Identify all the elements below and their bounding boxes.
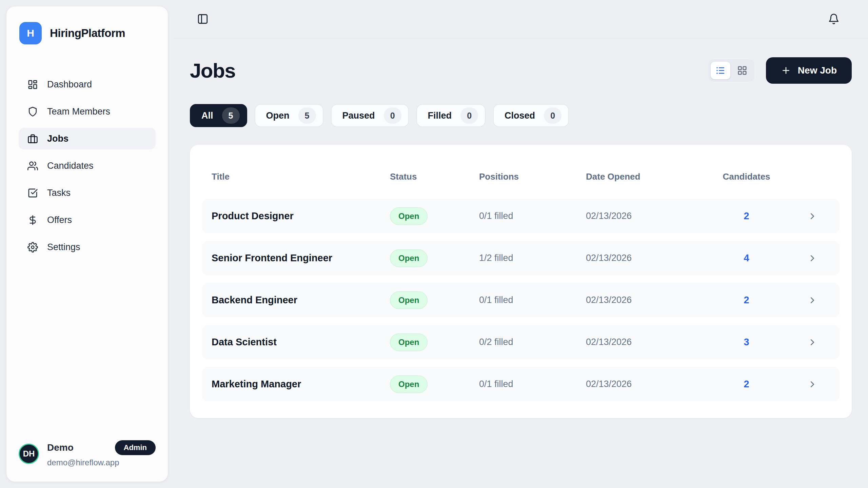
filter-pill-label: All — [201, 110, 213, 121]
status-badge: Open — [390, 291, 428, 309]
table-row[interactable]: Data Scientist Open 0/2 filled 02/13/202… — [202, 325, 840, 359]
sidebar-nav: Dashboard Team Members Jobs Candidates T… — [19, 74, 156, 263]
sidebar-item-team-members[interactable]: Team Members — [19, 101, 156, 122]
new-job-label: New Job — [798, 65, 837, 76]
avatar-initials: DH — [23, 449, 35, 459]
filter-pill-closed[interactable]: Closed 0 — [493, 104, 569, 127]
brand[interactable]: H HiringPlatform — [19, 22, 156, 44]
sidebar-item-jobs[interactable]: Jobs — [19, 128, 156, 149]
positions-cell: 1/2 filled — [479, 253, 586, 263]
table-row[interactable]: Product Designer Open 0/1 filled 02/13/2… — [202, 199, 840, 233]
chevron-right-icon[interactable] — [795, 295, 830, 305]
bell-icon — [828, 13, 840, 25]
sidebar-toggle-button[interactable] — [195, 11, 211, 27]
role-badge: Admin — [115, 440, 156, 455]
sidebar-item-label: Dashboard — [47, 79, 92, 90]
job-title: Senior Frontend Engineer — [212, 252, 390, 264]
chevron-right-icon[interactable] — [795, 379, 830, 389]
date-opened-cell: 02/13/2026 — [586, 295, 698, 305]
sidebar-item-label: Settings — [47, 242, 80, 252]
chevron-right-icon[interactable] — [795, 253, 830, 263]
plus-icon — [781, 65, 791, 76]
status-badge: Open — [390, 333, 428, 351]
check-square-icon — [27, 188, 38, 198]
column-header-candidates: Candidates — [698, 171, 795, 182]
job-title: Marketing Manager — [212, 379, 390, 390]
filter-count-badge: 5 — [222, 107, 240, 124]
briefcase-icon — [27, 134, 38, 144]
filter-count-badge: 0 — [544, 107, 561, 124]
list-view-button[interactable] — [711, 62, 730, 79]
filter-pill-label: Filled — [428, 110, 452, 121]
sidebar-item-settings[interactable]: Settings — [19, 236, 156, 258]
table-row[interactable]: Marketing Manager Open 0/1 filled 02/13/… — [202, 367, 840, 401]
user-card[interactable]: DH Demo Admin demo@hireflow.app — [19, 440, 156, 467]
status-badge: Open — [390, 207, 428, 225]
brand-logo-letter: H — [27, 27, 34, 39]
users-icon — [27, 161, 38, 171]
user-email: demo@hireflow.app — [47, 458, 156, 467]
list-icon — [715, 65, 726, 76]
column-header-date-opened: Date Opened — [586, 171, 698, 182]
user-info: Demo Admin demo@hireflow.app — [47, 440, 156, 467]
sidebar-item-dashboard[interactable]: Dashboard — [19, 74, 156, 95]
grid-view-button[interactable] — [732, 62, 752, 79]
filter-pill-open[interactable]: Open 5 — [255, 104, 323, 127]
sidebar-item-label: Candidates — [47, 161, 94, 171]
filter-pill-filled[interactable]: Filled 0 — [416, 104, 486, 127]
date-opened-cell: 02/13/2026 — [586, 337, 698, 347]
filter-count-badge: 0 — [384, 107, 401, 124]
candidates-count: 2 — [698, 379, 795, 390]
filter-count-badge: 0 — [460, 107, 478, 124]
candidates-count: 3 — [698, 337, 795, 348]
filter-pill-label: Closed — [505, 110, 535, 121]
date-opened-cell: 02/13/2026 — [586, 211, 698, 221]
column-header-title: Title — [212, 171, 390, 182]
dollar-icon — [27, 215, 38, 225]
date-opened-cell: 02/13/2026 — [586, 253, 698, 263]
table-row[interactable]: Backend Engineer Open 0/1 filled 02/13/2… — [202, 283, 840, 317]
table-body: Product Designer Open 0/1 filled 02/13/2… — [202, 199, 840, 401]
positions-cell: 0/1 filled — [479, 211, 586, 221]
filter-pills: All 5 Open 5 Paused 0 Filled 0 Closed 0 — [190, 104, 852, 127]
topbar — [173, 0, 868, 38]
table-header: TitleStatusPositionsDate OpenedCandidate… — [202, 170, 840, 183]
new-job-button[interactable]: New Job — [766, 57, 852, 84]
date-opened-cell: 02/13/2026 — [586, 379, 698, 389]
avatar: DH — [19, 444, 39, 464]
view-toggle — [708, 59, 754, 82]
chevron-right-icon[interactable] — [795, 211, 830, 221]
jobs-page: Jobs New Job All 5 Open 5 — [173, 38, 868, 418]
filter-pill-label: Open — [266, 110, 290, 121]
column-header-positions: Positions — [479, 171, 586, 182]
sidebar-item-label: Offers — [47, 215, 72, 225]
brand-logo-icon: H — [19, 22, 42, 44]
grid-icon — [737, 65, 747, 76]
sidebar-item-tasks[interactable]: Tasks — [19, 182, 156, 204]
notifications-button[interactable] — [826, 11, 842, 27]
candidates-count: 4 — [698, 252, 795, 264]
chevron-right-icon[interactable] — [795, 337, 830, 347]
main: Jobs New Job All 5 Open 5 — [173, 0, 868, 488]
dashboard-icon — [27, 79, 38, 90]
job-title: Product Designer — [212, 210, 390, 222]
filter-pill-paused[interactable]: Paused 0 — [331, 104, 409, 127]
status-badge: Open — [390, 375, 428, 393]
status-badge: Open — [390, 249, 428, 267]
job-title: Data Scientist — [212, 337, 390, 348]
sidebar-item-label: Tasks — [47, 188, 71, 198]
page-title: Jobs — [190, 59, 235, 82]
job-title: Backend Engineer — [212, 294, 390, 306]
filter-count-badge: 5 — [298, 107, 316, 124]
column-header-status: Status — [390, 171, 479, 182]
sidebar-item-label: Jobs — [47, 134, 68, 144]
brand-name: HiringPlatform — [50, 27, 125, 40]
positions-cell: 0/2 filled — [479, 337, 586, 347]
sidebar-item-label: Team Members — [47, 106, 110, 117]
sidebar-item-offers[interactable]: Offers — [19, 209, 156, 231]
sidebar-item-candidates[interactable]: Candidates — [19, 155, 156, 177]
sidebar: H HiringPlatform Dashboard Team Members … — [6, 6, 168, 482]
filter-pill-all[interactable]: All 5 — [190, 104, 247, 127]
user-name: Demo — [47, 442, 74, 453]
table-row[interactable]: Senior Frontend Engineer Open 1/2 filled… — [202, 241, 840, 275]
